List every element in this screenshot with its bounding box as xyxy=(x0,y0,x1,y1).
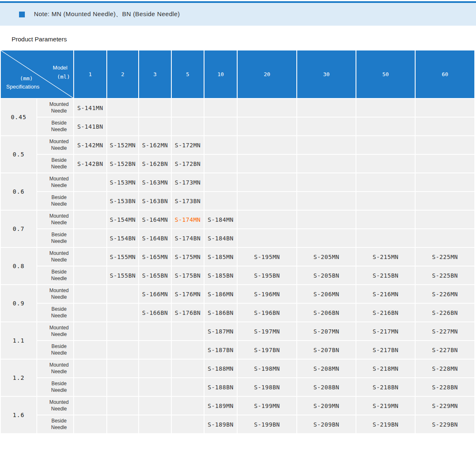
table-row-beside-0.7: BesideNeedleS-154BNS-164BNS-174BNS-184BN xyxy=(1,229,474,247)
model-cell: S-155BN xyxy=(107,266,138,284)
spec-cell: 0.45 xyxy=(1,99,36,135)
model-cell: S-172MN xyxy=(172,136,204,154)
model-cell: S-215MN xyxy=(356,248,415,266)
model-cell xyxy=(238,229,296,247)
model-cell xyxy=(107,360,138,377)
beside-needle-label-cell: BesideNeedle xyxy=(37,415,73,433)
model-cell: S-187MN xyxy=(204,322,237,340)
table-row-beside-1.6: BesideNeedleS-189BNS-199BNS-209BNS-219BN… xyxy=(1,415,474,433)
model-cell: S-218BN xyxy=(356,378,415,396)
model-cell: S-155MN xyxy=(107,248,138,266)
model-cell: S-162MN xyxy=(139,136,171,154)
model-cell: S-162BN xyxy=(139,155,171,173)
model-cell xyxy=(74,360,106,377)
model-cell: S-217MN xyxy=(356,322,415,340)
model-cell xyxy=(238,136,296,154)
model-cell: S-216BN xyxy=(356,304,415,321)
model-cell: S-142BN xyxy=(74,155,106,173)
model-cell xyxy=(139,341,171,359)
spec-cell: 0.7 xyxy=(1,211,36,247)
model-cell: S-196BN xyxy=(238,304,296,321)
table-row-mounted-1.6: 1.6MountedNeedleS-189MNS-199MNS-209MNS-2… xyxy=(1,397,474,415)
table-row-mounted-0.8: 0.8MountedNeedleS-155MNS-165MNS-175MNS-1… xyxy=(1,248,474,266)
corner-model-label: Model xyxy=(53,65,67,71)
column-header-20ml: 20 xyxy=(238,50,296,98)
beside-needle-label-cell: BesideNeedle xyxy=(37,118,73,135)
model-cell xyxy=(172,378,204,396)
model-cell-active[interactable]: S-174MN xyxy=(172,211,204,228)
model-cell xyxy=(74,415,106,433)
header-row: Model (ml) (mm) Specifications 123510203… xyxy=(1,50,474,98)
model-cell: S-209MN xyxy=(297,397,356,415)
mounted-needle-label-cell: MountedNeedle xyxy=(37,285,73,303)
model-cell xyxy=(74,211,106,228)
model-cell xyxy=(139,322,171,340)
spec-cell: 1.1 xyxy=(1,322,36,359)
model-cell: S-197MN xyxy=(238,322,296,340)
table-row-mounted-1.1: 1.1MountedNeedleS-187MNS-197MNS-207MNS-2… xyxy=(1,322,474,340)
model-cell xyxy=(416,99,474,117)
model-cell: S-215BN xyxy=(356,266,415,284)
model-cell xyxy=(416,211,474,228)
model-cell: S-175MN xyxy=(172,248,204,266)
model-cell xyxy=(416,229,474,247)
model-cell xyxy=(297,211,356,228)
corner-ml-unit: (ml) xyxy=(57,74,70,80)
model-cell xyxy=(74,378,106,396)
model-cell: S-219MN xyxy=(356,397,415,415)
model-cell xyxy=(107,304,138,321)
column-header-1ml: 1 xyxy=(74,50,106,98)
model-cell: S-198MN xyxy=(238,360,296,377)
note-text: Note: MN (Mounted Needle)、BN (Beside Nee… xyxy=(34,10,180,18)
model-cell: S-207MN xyxy=(297,322,356,340)
model-cell: S-173MN xyxy=(172,173,204,191)
model-cell xyxy=(297,136,356,154)
model-cell xyxy=(416,173,474,191)
model-cell xyxy=(74,341,106,359)
model-cell: S-163BN xyxy=(139,192,171,210)
table-row-beside-0.6: BesideNeedleS-153BNS-163BNS-173BN xyxy=(1,192,474,210)
model-cell xyxy=(74,304,106,321)
table-row-beside-1.2: BesideNeedleS-188BNS-198BNS-208BNS-218BN… xyxy=(1,378,474,396)
table-row-beside-0.9: BesideNeedleS-166BNS-176BNS-186BNS-196BN… xyxy=(1,304,474,321)
model-cell xyxy=(172,397,204,415)
model-cell: S-176BN xyxy=(172,304,204,321)
model-cell: S-206BN xyxy=(297,304,356,321)
spec-cell: 0.6 xyxy=(1,173,36,210)
spec-cell: 0.8 xyxy=(1,248,36,284)
mounted-needle-label-cell: MountedNeedle xyxy=(37,248,73,266)
beside-needle-label-cell: BesideNeedle xyxy=(37,341,73,359)
table-row-beside-0.8: BesideNeedleS-155BNS-165BNS-175BNS-185BN… xyxy=(1,266,474,284)
mounted-needle-label-cell: MountedNeedle xyxy=(37,136,73,154)
model-cell xyxy=(297,155,356,173)
model-cell xyxy=(139,360,171,377)
model-cell: S-154MN xyxy=(107,211,138,228)
model-cell xyxy=(172,341,204,359)
model-cell xyxy=(204,173,237,191)
model-cell xyxy=(416,136,474,154)
model-cell xyxy=(139,99,171,117)
model-cell xyxy=(204,136,237,154)
model-cell: S-175BN xyxy=(172,266,204,284)
model-cell: S-163MN xyxy=(139,173,171,191)
column-header-3ml: 3 xyxy=(139,50,171,98)
model-cell xyxy=(238,211,296,228)
model-cell xyxy=(297,192,356,210)
model-cell: S-176MN xyxy=(172,285,204,303)
column-header-30ml: 30 xyxy=(297,50,356,98)
model-cell: S-153MN xyxy=(107,173,138,191)
spec-cell: 0.5 xyxy=(1,136,36,173)
beside-needle-label-cell: BesideNeedle xyxy=(37,155,73,173)
model-cell xyxy=(107,397,138,415)
beside-needle-label-cell: BesideNeedle xyxy=(37,229,73,247)
model-cell: S-227BN xyxy=(416,341,474,359)
model-cell xyxy=(238,173,296,191)
model-cell: S-189MN xyxy=(204,397,237,415)
model-cell xyxy=(107,378,138,396)
model-cell xyxy=(107,118,138,135)
model-cell xyxy=(139,378,171,396)
model-cell: S-188MN xyxy=(204,360,237,377)
table-row-mounted-0.45: 0.45MountedNeedleS-141MN xyxy=(1,99,474,117)
note-bar: Note: MN (Mounted Needle)、BN (Beside Nee… xyxy=(0,3,476,26)
model-cell: S-152MN xyxy=(107,136,138,154)
